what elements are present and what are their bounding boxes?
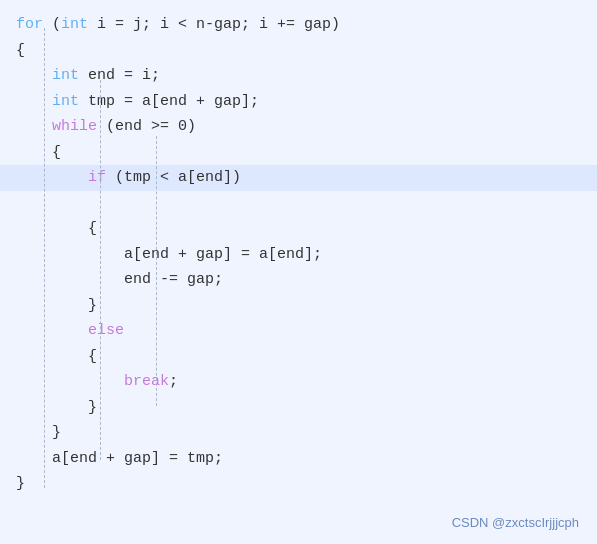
indent-guide-2 <box>100 80 101 460</box>
watermark: CSDN @zxctscIrjjjcph <box>452 515 579 530</box>
indent-guide-1 <box>44 28 45 488</box>
code-container: for (int i = j; i < n-gap; i += gap) { i… <box>0 0 597 544</box>
indent-guide-3 <box>156 136 157 406</box>
